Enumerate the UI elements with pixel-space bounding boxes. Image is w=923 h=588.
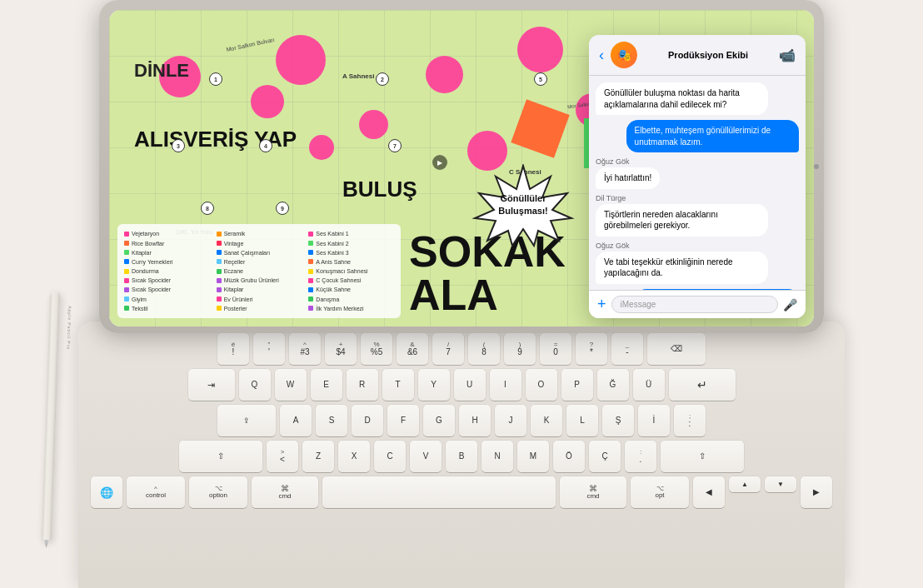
key-x[interactable]: X — [338, 441, 370, 472]
messages-mic-button[interactable]: 🎤 — [783, 298, 797, 311]
key-1[interactable]: "' — [253, 333, 285, 365]
key-e[interactable]: E — [311, 369, 342, 401]
key-o[interactable]: O — [526, 369, 557, 401]
map-marker-2 — [251, 85, 284, 118]
key-backspace[interactable]: ⌫ — [647, 333, 706, 365]
key-f[interactable]: F — [387, 405, 419, 436]
map-marker-6 — [517, 27, 563, 72]
message-bubble-2: Elbette, muhteşem gönüllülerimizi de unu… — [626, 120, 799, 152]
key-0[interactable]: ?* — [576, 333, 607, 365]
map-legend: Vejetaryon Seramik Ses Kabini 1 Rice Bow… — [117, 224, 401, 318]
key-return[interactable]: ↵ — [669, 369, 736, 401]
num-2: 2 — [376, 72, 389, 86]
key-tab[interactable]: ⇥ — [188, 369, 235, 401]
messages-panel: ‹ 🎭 Prodüksiyon Ekibi 📹 Gönüllüler buluş… — [589, 35, 806, 318]
map-label-ala: ALA — [409, 270, 498, 320]
key-g[interactable]: G — [423, 405, 455, 436]
key-k[interactable]: K — [531, 405, 562, 436]
key-option[interactable]: ⌥option — [189, 476, 247, 508]
key-grave[interactable]: é! — [217, 333, 249, 365]
messages-group-name: Prodüksiyon Ekibi — [644, 50, 772, 60]
key-y[interactable]: Y — [418, 369, 450, 401]
key-q[interactable]: Q — [239, 369, 271, 401]
message-sender-4: Dil Türge — [596, 194, 799, 202]
key-row-bottom: 🌐 ^control ⌥option ⌘cmd ⌘cmd ⌥opt ◀ ▲ ▼ … — [103, 476, 820, 508]
messages-input-bar: + iMessage 🎤 — [589, 290, 806, 318]
key-u[interactable]: U — [454, 369, 486, 401]
key-globe[interactable]: 🌐 — [91, 476, 122, 508]
message-bubble-5: Ve tabi teşekkür etkinliğinin nerede yap… — [596, 252, 768, 284]
key-3[interactable]: +$4 — [325, 333, 357, 365]
key-ocedilla[interactable]: Ö — [553, 441, 585, 472]
message-item-4: Dil Türge Tişörtlerin nereden alacakları… — [596, 194, 799, 237]
key-j[interactable]: J — [495, 405, 526, 436]
map-marker-8 — [309, 135, 334, 160]
key-d[interactable]: D — [352, 405, 383, 436]
key-7[interactable]: (8 — [468, 333, 500, 365]
key-left-arrow[interactable]: ◀ — [693, 476, 725, 508]
ipad: DİNLE DANS ALIŞVERİŞ YAP BULUŞ SOKAK ALA… — [99, 0, 824, 333]
messages-back-button[interactable]: ‹ — [599, 47, 604, 64]
num-3: 3 — [172, 139, 185, 152]
key-2[interactable]: ^#3 — [289, 333, 321, 365]
key-shift-left[interactable]: ⇧ — [179, 441, 262, 472]
key-8[interactable]: )9 — [504, 333, 536, 365]
key-period[interactable]: :. — [625, 441, 656, 472]
play-icon[interactable]: ▶ — [432, 155, 447, 170]
key-4[interactable]: %%5 — [361, 333, 392, 365]
scene: é! "' ^#3 +$4 %%5 &&6 /7 (8 )9 =0 ?* _- … — [0, 0, 923, 588]
key-up-arrow[interactable]: ▲ — [729, 476, 761, 492]
key-control[interactable]: ^control — [127, 476, 185, 508]
key-right-arrow[interactable]: ▶ — [801, 476, 832, 508]
key-z[interactable]: Z — [302, 441, 334, 472]
num-5: 5 — [534, 72, 547, 86]
messages-video-button[interactable]: 📹 — [779, 47, 796, 63]
key-ccedilla[interactable]: Ç — [589, 441, 621, 472]
key-v[interactable]: V — [410, 441, 442, 472]
key-ubrace[interactable]: Ü — [633, 369, 665, 401]
key-h[interactable]: H — [459, 405, 491, 436]
key-idot[interactable]: İ — [638, 405, 670, 436]
key-gbrace[interactable]: Ğ — [597, 369, 629, 401]
messages-text-input[interactable]: iMessage — [611, 296, 778, 313]
key-5[interactable]: &&6 — [397, 333, 428, 365]
key-cmd-right[interactable]: ⌘cmd — [560, 476, 626, 508]
key-p[interactable]: P — [561, 369, 593, 401]
key-i[interactable]: I — [490, 369, 521, 401]
key-b[interactable]: B — [446, 441, 477, 472]
key-less[interactable]: >< — [267, 441, 298, 472]
key-l[interactable]: L — [566, 405, 598, 436]
key-9[interactable]: =0 — [540, 333, 571, 365]
message-item-5: Oğuz Gök Ve tabi teşekkür etkinliğinin n… — [596, 242, 799, 284]
messages-add-button[interactable]: + — [597, 296, 606, 313]
key-6[interactable]: /7 — [432, 333, 464, 365]
key-spacebar[interactable] — [322, 476, 556, 508]
key-opt-right[interactable]: ⌥opt — [631, 476, 689, 508]
key-cmd-left[interactable]: ⌘cmd — [252, 476, 318, 508]
svg-text:Buluşması!: Buluşması! — [498, 206, 547, 216]
map-label-dinle: DİNLE — [134, 60, 189, 82]
key-semicolon[interactable]: ;: — [674, 405, 706, 436]
key-n[interactable]: N — [481, 441, 513, 472]
key-s[interactable]: S — [316, 405, 347, 436]
message-item-2: Elbette, muhteşem gönüllülerimizi de unu… — [596, 120, 799, 152]
messages-avatar: 🎭 — [611, 42, 637, 68]
key-minus[interactable]: _- — [611, 333, 643, 365]
num-1: 1 — [209, 72, 222, 86]
key-caps[interactable]: ⇪ — [217, 405, 276, 436]
key-c[interactable]: C — [374, 441, 406, 472]
key-w[interactable]: W — [275, 369, 307, 401]
message-item-3: Oğuz Gök İyi hatırlattın! — [596, 157, 799, 189]
message-sender-3: Oğuz Gök — [596, 157, 799, 166]
key-t[interactable]: T — [382, 369, 414, 401]
key-down-arrow[interactable]: ▼ — [765, 476, 796, 492]
key-a[interactable]: A — [280, 405, 312, 436]
key-shift-right[interactable]: ⇧ — [661, 441, 744, 472]
key-m[interactable]: M — [517, 441, 549, 472]
key-r[interactable]: R — [347, 369, 378, 401]
num-8: 8 — [201, 202, 214, 215]
gonulluler-badge: Gönüllüler Buluşması! — [459, 164, 588, 247]
ipad-screen: DİNLE DANS ALIŞVERİŞ YAP BULUŞ SOKAK ALA… — [109, 10, 814, 326]
key-row-numbers: é! "' ^#3 +$4 %%5 &&6 /7 (8 )9 =0 ?* _- … — [103, 333, 820, 365]
key-scedilla[interactable]: Ş — [602, 405, 634, 436]
